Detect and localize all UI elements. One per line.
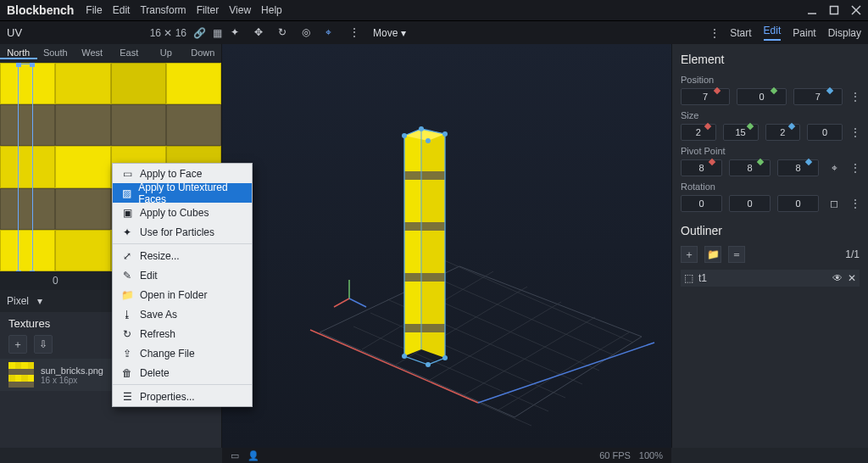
- position-more-icon[interactable]: ⋮: [849, 90, 860, 103]
- menu-help[interactable]: Help: [261, 4, 282, 16]
- transform-mode-dropdown[interactable]: Move ▾: [373, 27, 406, 39]
- ctx-icon: ↻: [121, 328, 133, 340]
- face-down[interactable]: Down: [185, 47, 222, 59]
- ctx-icon: ⭳: [121, 309, 133, 321]
- face-west[interactable]: West: [74, 47, 111, 59]
- scale-gizmo-icon[interactable]: ◎: [302, 26, 315, 40]
- pivot-icon[interactable]: ⌖: [326, 26, 339, 40]
- ctx-item-5[interactable]: ⤢Resize...: [113, 246, 252, 265]
- outliner-item[interactable]: ⬚ t1 👁 ✕: [681, 270, 860, 287]
- ctx-item-11[interactable]: 🗑Delete: [113, 363, 252, 382]
- svg-point-31: [402, 354, 407, 359]
- face-north[interactable]: North: [0, 47, 37, 59]
- rotate-gizmo-icon[interactable]: ↻: [278, 26, 292, 40]
- visibility-icon[interactable]: 👁: [832, 272, 843, 284]
- menu-filter[interactable]: Filter: [197, 4, 220, 16]
- position-x[interactable]: 7: [681, 88, 730, 105]
- mode-more-icon[interactable]: ⋮: [709, 27, 718, 39]
- svg-line-18: [478, 343, 654, 403]
- size-inflate[interactable]: 0: [807, 124, 843, 141]
- ctx-label: Properties...: [140, 391, 195, 403]
- svg-point-30: [426, 138, 431, 143]
- ctx-label: Resize...: [140, 250, 180, 262]
- ctx-icon: 🗑: [121, 367, 133, 379]
- pivot-x[interactable]: 8: [681, 159, 722, 176]
- ctx-icon: ✎: [121, 270, 133, 282]
- ctx-label: Change File: [140, 348, 195, 360]
- center-pivot-icon[interactable]: ⌖: [826, 159, 843, 176]
- import-texture-button[interactable]: ⇩: [34, 335, 53, 354]
- ctx-item-10[interactable]: ⇪Change File: [113, 343, 252, 363]
- ctx-item-13[interactable]: ☰Properties...: [113, 387, 252, 406]
- menu-file[interactable]: File: [86, 4, 102, 16]
- position-z[interactable]: 7: [793, 88, 843, 105]
- uv-link-icon[interactable]: 🔗: [193, 27, 206, 39]
- menu-transform[interactable]: Transform: [140, 4, 186, 16]
- cursor-icon[interactable]: ✦: [231, 26, 244, 40]
- add-texture-button[interactable]: ＋: [8, 335, 27, 354]
- ctx-item-6[interactable]: ✎Edit: [113, 265, 252, 285]
- svg-line-11: [438, 258, 633, 343]
- chevron-down-icon: ▾: [401, 27, 406, 39]
- rotation-x[interactable]: 0: [681, 195, 722, 212]
- size-more-icon[interactable]: ⋮: [849, 126, 860, 139]
- mode-display[interactable]: Display: [828, 27, 861, 39]
- uv-mode-label[interactable]: Pixel: [7, 295, 29, 307]
- uv-resolution[interactable]: 16 ✕ 16: [150, 27, 186, 39]
- texture-name: sun_bricks.png: [41, 365, 103, 376]
- menu-view[interactable]: View: [229, 4, 251, 16]
- rotation-z[interactable]: 0: [777, 195, 819, 212]
- texture-context-menu: ▭Apply to Face▨Apply to Untextured Faces…: [112, 163, 253, 407]
- rotation-more-icon[interactable]: ⋮: [849, 197, 860, 210]
- size-z[interactable]: 2: [765, 124, 801, 141]
- transform-mode-label: Move: [373, 27, 398, 39]
- move-gizmo-icon[interactable]: ✥: [254, 26, 268, 40]
- position-y[interactable]: 0: [737, 88, 786, 105]
- mode-tabs: ⋮ Start Edit Paint Display: [709, 25, 861, 41]
- svg-point-28: [419, 126, 424, 131]
- delete-item-icon[interactable]: ✕: [848, 272, 856, 284]
- ctx-item-8[interactable]: ⭳Save As: [113, 304, 252, 324]
- rotation-lock-icon[interactable]: ◻: [826, 195, 843, 212]
- pivot-more-icon[interactable]: ⋮: [849, 161, 860, 175]
- add-cube-button[interactable]: ＋: [681, 246, 698, 263]
- mode-bar: UV 16 ✕ 16 🔗 ▦ ✦ ✥ ↻ ◎ ⌖ ⋮ Move ▾ ⋮ Star…: [0, 20, 868, 44]
- ctx-item-9[interactable]: ↻Refresh: [113, 324, 252, 343]
- uv-panel-title: UV: [7, 26, 22, 39]
- more-tools-icon[interactable]: ⋮: [349, 26, 363, 40]
- face-south[interactable]: South: [37, 47, 75, 59]
- minimize-icon[interactable]: [807, 5, 817, 15]
- status-cube-icon: ▭: [231, 450, 239, 461]
- position-label: Position: [681, 75, 860, 85]
- ctx-label: Apply to Untextured Faces: [138, 181, 243, 205]
- viewport-3d[interactable]: [222, 44, 671, 448]
- add-folder-button[interactable]: 📁: [704, 246, 721, 263]
- rotation-y[interactable]: 0: [729, 195, 771, 212]
- face-east[interactable]: East: [111, 47, 148, 59]
- mode-edit[interactable]: Edit: [764, 25, 782, 41]
- size-y[interactable]: 15: [723, 124, 759, 141]
- mode-start[interactable]: Start: [730, 27, 751, 39]
- ctx-item-3[interactable]: ✦Use for Particles: [113, 222, 252, 242]
- ctx-item-7[interactable]: 📁Open in Folder: [113, 285, 252, 304]
- maximize-icon[interactable]: [829, 5, 839, 15]
- face-up[interactable]: Up: [147, 47, 185, 59]
- outliner-toolbar: ＋ 📁 ＝ 1/1: [681, 246, 860, 263]
- outliner-title: Outliner: [681, 224, 860, 237]
- size-x[interactable]: 2: [681, 124, 716, 141]
- close-icon[interactable]: [851, 5, 861, 15]
- viewport-tools: ✦ ✥ ↻ ◎ ⌖ ⋮ Move ▾: [231, 26, 406, 40]
- duplicate-button[interactable]: ＝: [728, 246, 745, 263]
- ctx-icon: ⤢: [121, 250, 133, 262]
- ctx-icon: ▭: [121, 168, 133, 180]
- ctx-icon: ☰: [121, 391, 133, 403]
- pivot-y[interactable]: 8: [729, 159, 771, 176]
- texture-thumbnail: [8, 362, 34, 388]
- uv-coord-x[interactable]: 0: [0, 271, 111, 290]
- ctx-item-2[interactable]: ▣Apply to Cubes: [113, 203, 252, 222]
- menu-edit[interactable]: Edit: [113, 4, 131, 16]
- pivot-z[interactable]: 8: [777, 159, 819, 176]
- uv-grid-icon[interactable]: ▦: [213, 27, 222, 39]
- ctx-item-1[interactable]: ▨Apply to Untextured Faces: [113, 183, 252, 203]
- mode-paint[interactable]: Paint: [793, 27, 815, 39]
